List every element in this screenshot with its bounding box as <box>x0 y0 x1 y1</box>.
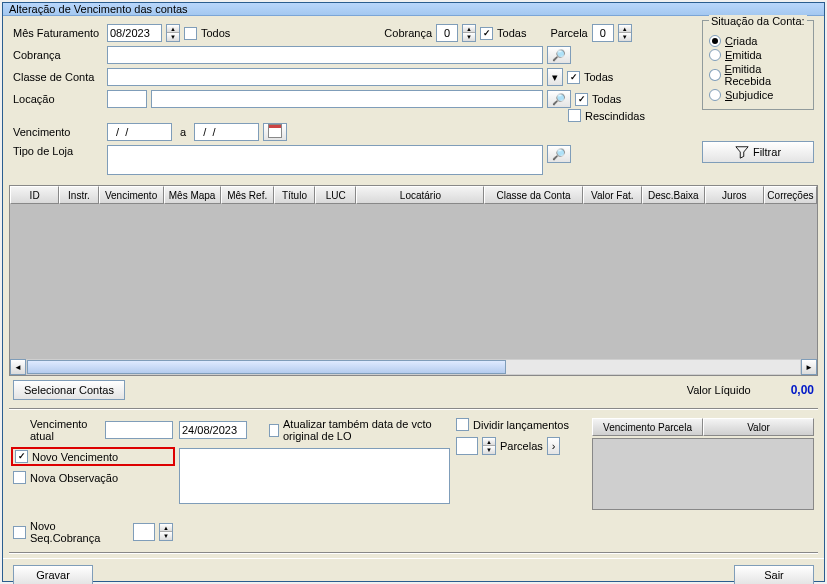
group-situacao: Situação da Conta: CriadaEmitidaEmitida … <box>702 20 814 110</box>
col-valor-fat-[interactable]: Valor Fat. <box>583 186 642 204</box>
mini-grid-body[interactable] <box>592 438 814 510</box>
input-mes-fat[interactable] <box>107 24 162 42</box>
input-venc-ate[interactable] <box>194 123 259 141</box>
input-novo-seq[interactable] <box>133 523 155 541</box>
spinner-novo-seq[interactable]: ▲▼ <box>159 523 173 541</box>
label-novo-seq: Novo Seq.Cobrança <box>30 520 129 544</box>
label-dividir: Dividir lançamentos <box>473 419 569 431</box>
input-venc-de[interactable] <box>107 123 172 141</box>
spinner-parcela[interactable]: ▲▼ <box>618 24 632 42</box>
label-novo-venc: Novo Vencimento <box>32 451 171 463</box>
col-luc[interactable]: LUC <box>315 186 356 204</box>
input-venc-atual <box>105 421 173 439</box>
btn-selecionar-contas[interactable]: Selecionar Contas <box>13 380 125 400</box>
check-atualizar-lo[interactable] <box>269 424 279 437</box>
input-cobranca-num[interactable] <box>436 24 458 42</box>
check-nova-obs[interactable] <box>13 471 26 484</box>
label-todas-classe: Todas <box>584 71 613 83</box>
col-corre-es[interactable]: Correções <box>764 186 817 204</box>
binoculars-icon: 🔎 <box>552 49 566 61</box>
chevron-right-icon: › <box>552 440 556 452</box>
legend-situacao: Situação da Conta: <box>709 15 807 27</box>
mini-col-valor[interactable]: Valor <box>703 418 814 436</box>
scroll-left-icon[interactable]: ◄ <box>10 359 26 375</box>
lookup-locacao[interactable]: 🔎 <box>547 90 571 108</box>
binoculars-icon: 🔎 <box>552 148 566 160</box>
label-radio: Emitida Recebida <box>725 63 807 87</box>
btn-filtrar[interactable]: Filtrar <box>702 141 814 163</box>
label-radio: Criada <box>725 35 757 47</box>
check-dividir[interactable] <box>456 418 469 431</box>
input-locacao-desc[interactable] <box>151 90 543 108</box>
scroll-thumb[interactable] <box>27 360 506 374</box>
label-classe: Classe de Conta <box>13 71 103 83</box>
col-locat-rio[interactable]: Locatário <box>356 186 484 204</box>
input-novo-venc[interactable] <box>179 421 247 439</box>
check-todas-cob[interactable] <box>480 27 493 40</box>
col-m-s-ref-[interactable]: Mês Ref. <box>221 186 274 204</box>
funnel-icon <box>735 145 749 159</box>
check-novo-vencimento[interactable] <box>15 450 28 463</box>
btn-go-parcelas[interactable]: › <box>547 437 561 455</box>
input-cobranca[interactable] <box>107 46 543 64</box>
label-mes-fat: Mês Faturamento <box>13 27 103 39</box>
label-rescindidas: Rescindidas <box>585 110 645 122</box>
label-locacao: Locação <box>13 93 103 105</box>
label-tipo-loja: Tipo de Loja <box>13 145 103 157</box>
radio-subjudice[interactable] <box>709 89 721 101</box>
label-a: a <box>176 126 190 138</box>
col-juros[interactable]: Juros <box>705 186 764 204</box>
col-desc-baixa[interactable]: Desc.Baixa <box>642 186 705 204</box>
calendar-icon <box>268 124 282 138</box>
input-parcela[interactable] <box>592 24 614 42</box>
scroll-right-icon[interactable]: ► <box>801 359 817 375</box>
radio-criada[interactable] <box>709 35 721 47</box>
mini-col-venc[interactable]: Vencimento Parcela <box>592 418 703 436</box>
input-parcelas[interactable] <box>456 437 478 455</box>
binoculars-icon: 🔎 <box>552 93 566 105</box>
lookup-tipo-loja[interactable]: 🔎 <box>547 145 571 163</box>
value-valor-liquido: 0,00 <box>791 383 814 397</box>
label-venc-atual: Vencimento atual <box>30 418 101 442</box>
dropdown-classe[interactable]: ▾ <box>547 68 563 86</box>
label-todas-cob: Todas <box>497 27 526 39</box>
main-grid: IDInstr.VencimentoMês MapaMês Ref.Título… <box>9 185 818 376</box>
label-nova-obs: Nova Observação <box>30 472 118 484</box>
label-parcelas: Parcelas <box>500 440 543 452</box>
check-todas-classe[interactable] <box>567 71 580 84</box>
radio-emitida[interactable] <box>709 49 721 61</box>
radio-emitida recebida[interactable] <box>709 69 721 81</box>
check-todas-loc[interactable] <box>575 93 588 106</box>
label-cobranca-num: Cobrança <box>384 27 432 39</box>
window-title: Alteração de Vencimento das contas <box>9 3 188 15</box>
input-tipo-loja[interactable] <box>107 145 543 175</box>
btn-calendar[interactable] <box>263 123 287 141</box>
spinner-parcelas[interactable]: ▲▼ <box>482 437 496 455</box>
textarea-observacao[interactable] <box>179 448 450 504</box>
label-valor-liquido: Valor Líquido <box>687 384 751 396</box>
col-t-tulo[interactable]: Título <box>274 186 315 204</box>
label-atualizar-lo: Atualizar também data de vcto original d… <box>283 418 450 442</box>
check-novo-seq[interactable] <box>13 526 26 539</box>
label-radio: Emitida <box>725 49 762 61</box>
grid-scrollbar[interactable]: ◄ ► <box>10 359 817 375</box>
col-id[interactable]: ID <box>10 186 59 204</box>
window: Alteração de Vencimento das contas Mês F… <box>2 2 825 582</box>
col-m-s-mapa[interactable]: Mês Mapa <box>164 186 221 204</box>
check-todos-mes[interactable] <box>184 27 197 40</box>
filter-area: Mês Faturamento ▲▼ Todos Cobrança ▲▼ Tod… <box>3 16 824 183</box>
check-rescindidas[interactable] <box>568 109 581 122</box>
btn-sair[interactable]: Sair <box>734 565 814 584</box>
col-classe-da-conta[interactable]: Classe da Conta <box>484 186 582 204</box>
col-instr-[interactable]: Instr. <box>59 186 98 204</box>
grid-body[interactable] <box>10 204 817 359</box>
spinner-mes-fat[interactable]: ▲▼ <box>166 24 180 42</box>
spinner-cobranca[interactable]: ▲▼ <box>462 24 476 42</box>
col-vencimento[interactable]: Vencimento <box>99 186 164 204</box>
btn-gravar[interactable]: Gravar <box>13 565 93 584</box>
combo-classe-conta[interactable] <box>107 68 543 86</box>
label-radio: Subjudice <box>725 89 773 101</box>
label-todas-loc: Todas <box>592 93 621 105</box>
lookup-cobranca[interactable]: 🔎 <box>547 46 571 64</box>
input-locacao-cod[interactable] <box>107 90 147 108</box>
